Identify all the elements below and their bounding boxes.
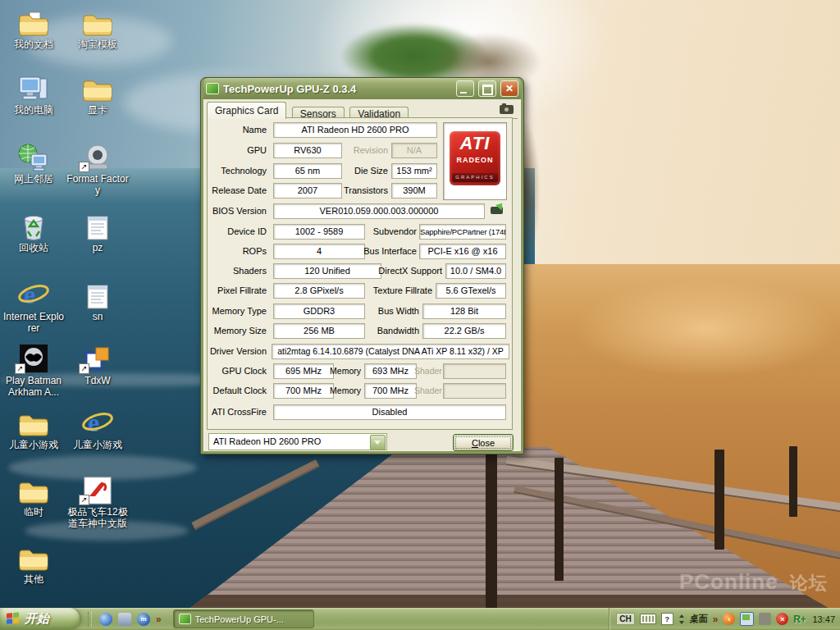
help-tray-icon[interactable]: ? — [661, 613, 673, 625]
icon-label: 极品飞车12极道车神中文版 — [66, 507, 130, 530]
icon-label: 我的文档 — [2, 39, 66, 51]
graphics-logo-text: GRAPHICS — [452, 173, 498, 182]
desktop-icon-my-computer[interactable]: 我的电脑 — [2, 71, 66, 116]
gpuz-titlebar[interactable]: TechPowerUp GPU-Z 0.3.4 — [203, 78, 521, 99]
taskbar-clock[interactable]: 13:47 — [812, 614, 835, 624]
shortcut-arrow-icon: ↗ — [79, 363, 89, 374]
boardwalk-post — [555, 458, 564, 581]
desktop-icon-recycle-bin[interactable]: 回收站 — [2, 208, 66, 254]
desktop-icon-my-documents[interactable]: 我的文档 — [2, 5, 66, 51]
desktop-icon-internet-explorer[interactable]: e Internet Explorer — [2, 277, 66, 335]
desktop-icon-kids-games-folder[interactable]: 儿童小游戏 — [2, 405, 66, 451]
keyboard-layout-icon[interactable] — [640, 614, 656, 624]
combobox-dropdown-button[interactable] — [370, 435, 386, 450]
desktop-toolbar-chevron[interactable]: » — [713, 614, 719, 625]
tab-graphics-card[interactable]: Graphics Card — [207, 102, 286, 119]
dune-highlight — [574, 279, 837, 377]
maximize-button[interactable] — [478, 80, 496, 97]
bus-width-field: 128 Bit — [422, 304, 506, 319]
internet-explorer-icon: e — [2, 277, 66, 310]
desktop-icon-sn-file[interactable]: sn — [66, 277, 130, 323]
driver-version-field: ati2mtag 6.14.10.6879 (Catalyst DNA ATi … — [272, 344, 509, 359]
taskbar-button-gpuz[interactable]: TechPowerUp GPU-... — [173, 609, 314, 628]
start-label: 开始 — [25, 611, 49, 627]
ati-logo-text: ATI — [450, 131, 500, 156]
desktop-icon-other-folder[interactable]: 其他 — [2, 540, 66, 586]
name-label: Name — [208, 122, 267, 137]
folder-icon — [2, 405, 66, 438]
default-clock-shader-label: Shader — [414, 383, 440, 398]
rops-label: ROPs — [208, 244, 267, 258]
gpu-clock-memory-label: Memory — [327, 363, 361, 378]
icon-label: 儿童小游戏 — [66, 440, 130, 451]
quicklaunch-overflow-chevron[interactable]: » — [156, 614, 162, 625]
svg-text:e: e — [88, 408, 99, 437]
wallpaper-watermark: PConline论坛 — [679, 569, 828, 596]
desktop-toolbar-label[interactable]: 桌面 — [690, 613, 708, 625]
folder-icon — [2, 540, 66, 573]
bios-version-field: VER010.059.000.003.000000 — [273, 203, 485, 219]
folder-icon — [66, 71, 130, 103]
notepad-file-icon — [66, 277, 130, 310]
driver-version-label: Driver Version — [208, 344, 267, 358]
device-id-label: Device ID — [208, 224, 267, 239]
icon-label: 网上邻居 — [2, 174, 66, 185]
default-clock-field: 700 MHz — [273, 383, 334, 399]
folder-icon — [66, 5, 130, 38]
watermark-pconline: PConline — [679, 569, 778, 594]
gpu-clock-shader-field — [443, 363, 506, 379]
save-bios-chip-icon[interactable] — [491, 207, 503, 214]
minimize-button[interactable] — [456, 80, 474, 97]
icon-label: 显卡 — [66, 105, 130, 116]
desktop-icon-batman-shortcut[interactable]: ↗ Play Batman Arkham A... — [2, 341, 66, 399]
icon-label: 临时 — [2, 507, 66, 518]
task-button-label: TechPowerUp GPU-... — [195, 614, 284, 624]
ati-crossfire-label: ATI CrossFire — [208, 404, 267, 419]
radeon-logo-text: RADEON — [450, 156, 500, 164]
start-button[interactable]: 开始 — [0, 608, 80, 630]
icon-label: 儿童小游戏 — [2, 440, 66, 451]
language-bar-options-icon[interactable] — [678, 614, 685, 624]
die-size-field: 153 mm² — [391, 163, 437, 179]
tray-flashget-icon[interactable]: ‹ — [723, 613, 735, 625]
close-window-button[interactable] — [500, 80, 518, 97]
subvendor-field: Sapphire/PCPartner (174B) — [419, 224, 506, 240]
graphics-card-tab-page: Name ATI Radeon HD 2600 PRO ATI RADEON G… — [207, 117, 513, 430]
gpu-select-combobox[interactable]: ATI Radeon HD 2600 PRO — [208, 433, 387, 450]
desktop-icon-gpu-folder[interactable]: 显卡 — [66, 71, 130, 116]
desktop-icon-kids-games-ie[interactable]: e 儿童小游戏 — [66, 405, 130, 451]
default-clock-label: Default Clock — [208, 383, 267, 398]
tray-antivirus-icon[interactable]: × — [776, 613, 788, 625]
desktop-icon-tdxw[interactable]: ↗ TdxW — [66, 341, 130, 387]
bus-interface-label: Bus Interface — [326, 244, 417, 258]
subvendor-label: Subvendor — [326, 224, 417, 239]
close-button[interactable]: Close — [453, 434, 514, 451]
transistors-field: 390M — [391, 183, 437, 199]
toolbar-grip[interactable] — [88, 612, 92, 627]
quicklaunch-messenger-icon[interactable]: m — [137, 613, 150, 626]
desktop-icon-temp-folder[interactable]: 临时 — [2, 472, 66, 518]
network-places-icon — [2, 139, 66, 172]
default-clock-memory-label: Memory — [327, 383, 361, 398]
desktop-icon-format-factory[interactable]: ↗ Format Factory — [66, 139, 130, 197]
watermark-forum: 论坛 — [790, 573, 828, 593]
combobox-value: ATI Radeon HD 2600 PRO — [209, 434, 386, 450]
my-documents-icon — [2, 5, 66, 38]
desktop-icon-network-places[interactable]: 网上邻居 — [2, 139, 66, 185]
tdxw-icon: ↗ — [66, 341, 130, 374]
bios-version-label: BIOS Version — [208, 203, 267, 218]
shortcut-arrow-icon: ↗ — [79, 162, 89, 172]
tray-rising-icon[interactable]: R+ — [793, 613, 806, 625]
quicklaunch-browser-icon[interactable] — [99, 613, 112, 626]
desktop-icon-pz-file[interactable]: pz — [66, 208, 130, 254]
screenshot-camera-icon[interactable] — [500, 105, 514, 114]
quicklaunch-show-desktop-icon[interactable] — [118, 613, 131, 626]
tray-network-monitor-icon[interactable] — [740, 612, 754, 626]
die-size-label: Die Size — [298, 163, 388, 178]
ati-crossfire-field: Disabled — [273, 404, 506, 420]
desktop-icon-nfs-game[interactable]: ↗ 极品飞车12极道车神中文版 — [66, 472, 130, 530]
desktop-icon-taobao-folder[interactable]: 淘宝模板 — [66, 5, 130, 51]
focus-rectangle — [455, 436, 511, 449]
tray-volume-icon[interactable] — [759, 613, 771, 625]
language-indicator[interactable]: CH — [616, 613, 634, 625]
